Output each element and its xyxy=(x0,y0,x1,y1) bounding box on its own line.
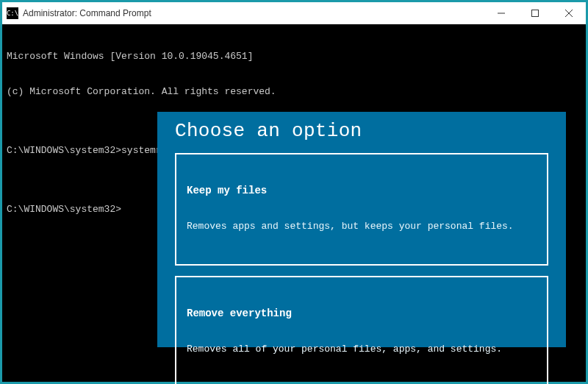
option-title: Remove everything xyxy=(187,307,537,319)
option-keep-files[interactable]: Keep my files Removes apps and settings,… xyxy=(175,153,548,266)
titlebar[interactable]: C:\ Administrator: Command Prompt xyxy=(2,2,586,24)
maximize-icon xyxy=(531,10,539,17)
cmd-window: C:\ Administrator: Command Prompt Micros… xyxy=(2,2,586,382)
close-icon xyxy=(565,10,573,17)
cmd-icon: C:\ xyxy=(7,7,18,19)
maximize-button[interactable] xyxy=(518,2,552,24)
option-remove-everything[interactable]: Remove everything Removes all of your pe… xyxy=(175,276,548,384)
minimize-icon xyxy=(498,10,505,17)
svg-rect-1 xyxy=(532,10,539,17)
reset-dialog: Choose an option Keep my files Removes a… xyxy=(157,112,566,347)
option-desc: Removes all of your personal files, apps… xyxy=(187,344,537,355)
close-button[interactable] xyxy=(552,2,586,24)
desktop-frame: C:\ Administrator: Command Prompt Micros… xyxy=(0,0,588,384)
option-desc: Removes apps and settings, but keeps you… xyxy=(187,221,537,232)
option-title: Keep my files xyxy=(187,185,537,196)
console-line: (c) Microsoft Corporation. All rights re… xyxy=(7,86,581,98)
dialog-heading: Choose an option xyxy=(175,125,548,137)
console-line: Microsoft Windows [Version 10.0.19045.46… xyxy=(7,51,581,63)
minimize-button[interactable] xyxy=(484,2,518,24)
cmd-icon-glyph: C:\ xyxy=(7,10,18,17)
console-output[interactable]: Microsoft Windows [Version 10.0.19045.46… xyxy=(2,24,586,382)
window-title: Administrator: Command Prompt xyxy=(23,8,151,18)
